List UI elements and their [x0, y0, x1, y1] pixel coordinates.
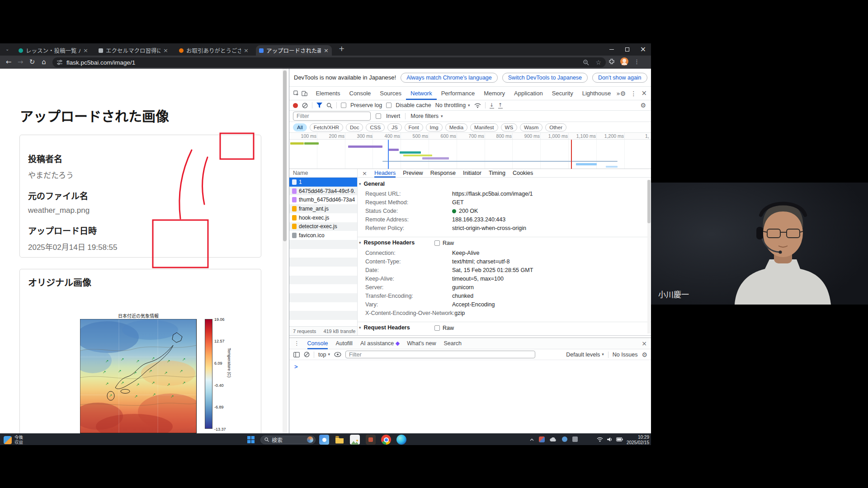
record-icon[interactable]	[293, 103, 298, 108]
chip-all[interactable]: All	[293, 123, 307, 131]
request-row[interactable]: favicon.ico	[289, 231, 358, 240]
devtools-tab-memory[interactable]: Memory	[479, 87, 509, 100]
device-toolbar-icon[interactable]	[302, 90, 307, 97]
log-levels-dropdown[interactable]: Default levels▾	[566, 352, 604, 358]
details-scrollbar[interactable]	[647, 180, 651, 333]
drawer-tab-console[interactable]: Console	[307, 338, 328, 349]
window-minimize-button[interactable]	[604, 43, 619, 55]
tab-close-icon[interactable]: ×	[83, 47, 88, 53]
back-icon[interactable]: ←	[3, 59, 14, 66]
window-maximize-button[interactable]	[619, 43, 635, 55]
filter-funnel-icon[interactable]	[316, 103, 322, 108]
network-search-icon[interactable]	[326, 103, 332, 108]
import-har-icon[interactable]: ↓	[490, 103, 494, 108]
devtools-tab-elements[interactable]: Elements	[311, 87, 344, 100]
browser-tab-active[interactable]: アップロードされた画像 ×	[256, 45, 332, 56]
details-tab-headers[interactable]: Headers	[374, 169, 396, 178]
devtools-tab-lighthouse[interactable]: Lighthouse	[578, 87, 616, 100]
request-row[interactable]: 6475dd46-73a4-49cf-9...	[289, 187, 358, 196]
chip-other[interactable]: Other	[545, 123, 566, 131]
taskbar-app-2[interactable]	[366, 435, 376, 445]
disable-cache-checkbox[interactable]	[386, 103, 392, 108]
reload-icon[interactable]: ↻	[26, 59, 38, 66]
issues-counter[interactable]: No Issues	[613, 352, 638, 358]
banner-dont-show-button[interactable]: Don't show again	[592, 73, 647, 83]
timeline-overview[interactable]	[289, 140, 651, 169]
edge-icon[interactable]	[396, 435, 406, 445]
banner-switch-japanese-button[interactable]: Switch DevTools to Japanese	[502, 73, 588, 83]
response-raw-toggle[interactable]: Raw	[434, 240, 454, 246]
details-close-icon[interactable]: ×	[362, 170, 367, 176]
chip-js[interactable]: JS	[387, 123, 401, 131]
details-tab-response[interactable]: Response	[430, 170, 456, 176]
extensions-icon[interactable]	[609, 58, 615, 65]
request-row[interactable]: hook-exec.js	[289, 213, 358, 222]
start-button[interactable]	[247, 436, 255, 443]
window-close-button[interactable]: ×	[635, 43, 651, 55]
devtools-tab-performance[interactable]: Performance	[437, 87, 479, 100]
devtools-tab-console[interactable]: Console	[345, 87, 376, 100]
zoom-icon[interactable]	[583, 59, 589, 66]
address-bar[interactable]: flask.pc5bai.com/image/1 ☆	[52, 57, 606, 67]
devtools-menu-icon[interactable]: ⋮	[630, 90, 637, 97]
chip-fetch-xhr[interactable]: Fetch/XHR	[310, 123, 343, 131]
tray-app-icon-1[interactable]	[539, 436, 545, 442]
devtools-tab-network[interactable]: Network	[406, 87, 437, 100]
tray-app-icon-3[interactable]	[572, 436, 578, 442]
invert-checkbox[interactable]	[376, 113, 381, 119]
drawer-tab-autofill[interactable]: Autofill	[335, 340, 353, 347]
request-table-header[interactable]: Name	[289, 169, 358, 178]
request-headers-section-header[interactable]: ▾Request Headers	[359, 324, 410, 331]
page-scrollbar-thumb[interactable]	[283, 70, 287, 241]
home-icon[interactable]: ⌂	[38, 59, 50, 66]
raw-checkbox[interactable]	[434, 325, 440, 331]
network-conditions-icon[interactable]	[474, 103, 481, 108]
console-clear-icon[interactable]	[304, 352, 310, 357]
devtools-tab-application[interactable]: Application	[509, 87, 547, 100]
request-row[interactable]: thumb_6475dd46-73a4...	[289, 195, 358, 204]
details-tab-initiator[interactable]: Initiator	[463, 170, 481, 176]
forward-icon[interactable]: →	[14, 59, 26, 66]
chip-wasm[interactable]: Wasm	[520, 123, 542, 131]
request-row[interactable]: detector-exec.js	[289, 222, 358, 231]
chrome-icon[interactable]	[381, 435, 391, 445]
tab-search-icon[interactable]: ⌄	[5, 47, 9, 52]
console-sidebar-icon[interactable]	[293, 352, 300, 357]
live-expression-eye-icon[interactable]	[334, 352, 341, 357]
browser-tab-2[interactable]: エクセルマクロ習得に関係するお4つ ×	[95, 45, 171, 56]
details-tab-preview[interactable]: Preview	[403, 170, 423, 176]
request-row[interactable]: frame_ant.js	[289, 204, 358, 213]
chip-img[interactable]: Img	[426, 123, 443, 131]
file-explorer-icon[interactable]	[335, 435, 344, 445]
chip-ws[interactable]: WS	[501, 123, 518, 131]
drawer-tab-search[interactable]: Search	[443, 340, 462, 347]
drawer-close-icon[interactable]: ×	[642, 340, 647, 347]
banner-match-language-button[interactable]: Always match Chrome's language	[401, 73, 498, 83]
site-info-icon[interactable]	[57, 60, 62, 65]
image-viewer-icon[interactable]	[350, 435, 360, 445]
inspect-icon[interactable]	[293, 90, 299, 97]
tab-close-icon[interactable]: ×	[163, 47, 168, 53]
console-context-dropdown[interactable]: top▾	[318, 352, 330, 358]
general-section-header[interactable]: ▾General	[359, 181, 385, 187]
chip-font[interactable]: Font	[405, 123, 423, 131]
console-settings-gear-icon[interactable]: ⚙	[642, 352, 647, 358]
tray-overflow-chevron[interactable]	[530, 438, 534, 441]
chip-media[interactable]: Media	[445, 123, 467, 131]
profile-avatar[interactable]	[620, 57, 628, 66]
chip-css[interactable]: CSS	[366, 123, 385, 131]
browser-menu-icon[interactable]: ⋮	[634, 59, 640, 65]
throttling-dropdown[interactable]: No throttling▾	[435, 102, 470, 108]
onedrive-cloud-icon[interactable]	[549, 437, 557, 442]
volume-icon[interactable]	[607, 437, 613, 442]
details-scrollbar-thumb[interactable]	[647, 180, 651, 223]
more-filters-dropdown[interactable]: More filters▾	[410, 113, 443, 119]
tab-close-icon[interactable]: ×	[244, 47, 249, 53]
chip-doc[interactable]: Doc	[346, 123, 363, 131]
network-settings-gear-icon[interactable]: ⚙	[640, 102, 646, 108]
wifi-icon[interactable]	[597, 437, 603, 442]
devtools-tab-sources[interactable]: Sources	[375, 87, 406, 100]
new-tab-button[interactable]: +	[339, 45, 344, 52]
tray-app-icon-2[interactable]	[562, 436, 567, 442]
export-har-icon[interactable]: ↑	[498, 103, 503, 108]
